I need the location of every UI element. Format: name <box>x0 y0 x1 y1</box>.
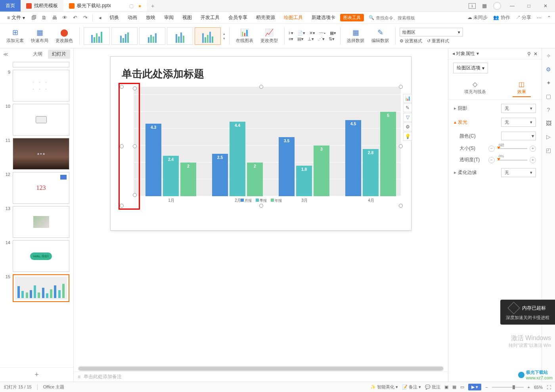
selection-handle[interactable] <box>259 204 263 208</box>
trend-toggle[interactable]: 〰▾ <box>319 31 326 36</box>
bar[interactable]: 4.5 <box>345 120 361 196</box>
selection-handle[interactable] <box>259 85 263 89</box>
tab-menu-icon[interactable]: ▢ <box>129 3 134 9</box>
ribbon-quick-layout[interactable]: ▦ 快速布局 <box>29 25 51 47</box>
selection-handle[interactable] <box>120 85 124 89</box>
menu-review[interactable]: 审阅 <box>160 12 178 24</box>
avatar[interactable] <box>493 2 501 10</box>
bar[interactable]: 2 <box>180 163 196 196</box>
chart-object[interactable]: 图表标题 4.32.422.54.423.51.834.52.85 <box>122 87 401 206</box>
thumbnail-12[interactable]: 123 <box>13 172 69 204</box>
size-slider[interactable]: 0磅 <box>497 148 527 149</box>
thumbnail-10[interactable] <box>13 104 69 136</box>
print-icon[interactable]: 🖶 <box>50 13 59 23</box>
plot-handle[interactable] <box>133 144 137 148</box>
save-as-icon[interactable]: 🗎 <box>39 13 49 23</box>
more-icon[interactable]: ⋯ <box>537 15 542 21</box>
bar[interactable]: 3.5 <box>279 137 295 196</box>
color-picker[interactable]: ▾ <box>501 132 536 140</box>
updown-toggle[interactable]: ⇅▾ <box>329 36 335 42</box>
ribbon-change-color[interactable]: ⬤ 更改颜色 <box>53 25 75 47</box>
chart-plot-area[interactable]: 4.32.422.54.423.51.834.52.85 <box>134 87 401 196</box>
preview-icon[interactable]: 👁 <box>60 13 69 23</box>
chart-preset-4[interactable] <box>167 27 193 45</box>
selection-handle[interactable] <box>120 144 124 148</box>
search-input[interactable] <box>376 15 419 20</box>
package-icon[interactable]: ◰ <box>545 147 552 154</box>
decrease-button[interactable]: − <box>488 157 495 163</box>
redo-icon[interactable]: ↷ <box>80 13 90 23</box>
thumbnail-row[interactable]: 13 <box>4 206 69 238</box>
thumbnail[interactable] <box>13 62 69 67</box>
thumbnail-list[interactable]: 9······ 10 11★✦★ 12123 13 14hello, 你好! 1… <box>0 60 73 367</box>
ribbon-select-data[interactable]: ▦ 选择数据 <box>344 25 367 47</box>
menu-switch[interactable]: 切换 <box>105 12 123 24</box>
line-toggle[interactable]: ⋰▾ <box>318 36 325 42</box>
canvas-scroll[interactable]: 单击此处添加标题 图表标题 4.32.422.54.423.51.834.52.… <box>74 48 448 363</box>
present-icon[interactable]: ▷ <box>545 133 552 140</box>
menu-draw-tools[interactable]: 绘图工具 <box>280 12 307 24</box>
chart-preset-3[interactable] <box>139 27 165 45</box>
window-close[interactable]: ✕ <box>540 3 551 9</box>
selection-handle[interactable] <box>399 144 403 148</box>
memory-popup[interactable]: 内存已超标 深度加速关闭卡慢进程 <box>500 300 555 325</box>
ribbon-change-type[interactable]: 📈 更改类型 <box>258 25 280 47</box>
help-icon[interactable]: ? <box>545 106 552 113</box>
tab-outline[interactable]: 大纲 <box>29 50 46 59</box>
thumbnail-14[interactable]: hello, 你好! <box>13 240 69 272</box>
expand-icon[interactable]: ▴ <box>454 119 456 125</box>
slide[interactable]: 单击此处添加标题 图表标题 4.32.422.54.423.51.834.52.… <box>110 56 411 231</box>
animation-icon[interactable]: ✦ <box>545 79 552 86</box>
coop-button[interactable]: 👥 协作 <box>493 14 510 21</box>
expand-icon[interactable]: ▸ <box>454 170 456 175</box>
chart-edit-icon[interactable]: ✎ <box>403 103 412 112</box>
thumbnail-row[interactable]: 12123 <box>4 172 69 204</box>
bar[interactable]: 3 <box>314 145 329 196</box>
decrease-button[interactable]: − <box>488 145 495 152</box>
view-normal-icon[interactable]: ▣ <box>444 384 448 390</box>
thumbnail-row[interactable]: 10 <box>4 104 69 136</box>
expand-icon[interactable]: ▸ <box>454 105 456 111</box>
opacity-slider[interactable]: 0% <box>497 160 527 161</box>
thumbnail-row[interactable]: 14hello, 你好! <box>4 240 69 272</box>
zoom-out[interactable]: − <box>485 385 488 390</box>
menu-new-tab[interactable]: 新建选项卡 <box>308 12 339 24</box>
axis-toggle[interactable]: ⊦▾ <box>289 31 293 36</box>
shadow-select[interactable]: 无▾ <box>501 104 536 113</box>
thumbnail-11[interactable]: ★✦★ <box>13 138 69 170</box>
menu-view[interactable]: 视图 <box>178 12 196 24</box>
view-reading-icon[interactable]: ▭ <box>460 384 464 390</box>
increase-button[interactable]: + <box>530 157 536 163</box>
chart-filter-icon[interactable]: ▽ <box>403 113 412 122</box>
glow-select[interactable]: 无▾ <box>501 118 536 127</box>
grid-icon[interactable]: ▦ <box>481 3 488 9</box>
share-button[interactable]: ↗ 分享 <box>516 14 531 21</box>
chart-idea-icon[interactable]: 💡 <box>403 132 412 141</box>
zoom-in[interactable]: + <box>528 385 530 390</box>
ribbon-add-element[interactable]: ⊞ 添加元素 <box>4 25 26 47</box>
menu-search[interactable]: 🔍 <box>369 15 419 20</box>
tab-template[interactable]: 找稻壳模板 <box>21 0 63 11</box>
axis-title-toggle[interactable]: 📄▾ <box>297 31 305 36</box>
window-maximize[interactable]: □ <box>523 3 534 9</box>
close-panel-icon[interactable]: ✕ <box>534 51 538 57</box>
chart-settings-icon[interactable]: ⚙ <box>403 122 412 131</box>
bar[interactable]: 2.8 <box>363 149 379 196</box>
tab-add[interactable]: + <box>147 0 159 11</box>
design-icon[interactable]: ✧ <box>545 52 552 59</box>
thumbnail-row[interactable]: 15 <box>4 274 69 302</box>
plot-handle[interactable] <box>133 86 137 90</box>
comment-toggle[interactable]: 💬 批注 <box>425 384 440 390</box>
grid-toggle[interactable]: ▦▾ <box>330 31 336 36</box>
legend-toggle[interactable]: ≡▾ <box>289 36 293 42</box>
chart-preset-2[interactable] <box>111 27 138 45</box>
bar[interactable]: 2.4 <box>163 156 179 196</box>
table-toggle[interactable]: ▤▾ <box>297 36 304 42</box>
data-label-toggle[interactable]: ✕▾ <box>309 31 315 36</box>
chart-preset-5[interactable] <box>195 27 221 45</box>
error-toggle[interactable]: ⊥▾ <box>308 36 314 42</box>
thumbnail-13[interactable] <box>13 206 69 238</box>
prop-soft-edge[interactable]: ▸柔化边缘 无▾ <box>454 168 536 177</box>
notes-bar[interactable]: ≡ 单击此处添加备注 <box>74 371 448 382</box>
increase-button[interactable]: + <box>530 145 536 152</box>
